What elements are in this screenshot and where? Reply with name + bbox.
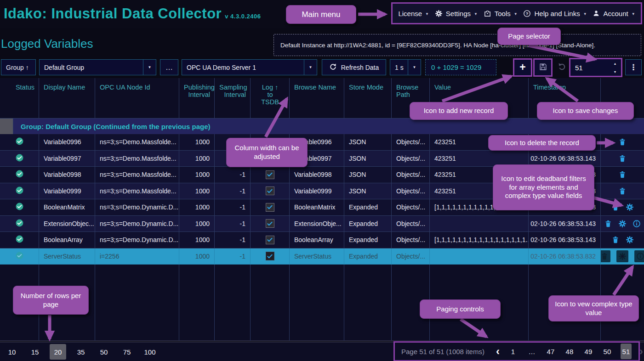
callout-save-changes: Icon to save changes — [537, 102, 634, 120]
menu-item-settings[interactable]: Settings▼ — [435, 10, 478, 17]
pager-page-number[interactable]: 48 — [564, 344, 575, 359]
view-complex-value-icon[interactable] — [633, 220, 641, 228]
header-browse-name[interactable]: Browse Name — [290, 78, 344, 118]
delete-record-icon[interactable] — [618, 154, 627, 163]
table-row[interactable]: ServerStatusi=22561000-1ServerStatusExpa… — [0, 248, 644, 265]
spin-down-icon[interactable]: ▼ — [614, 70, 617, 73]
cell-display-name: ServerStatus — [39, 248, 95, 265]
cell-sampling-interval: -1 — [215, 167, 251, 183]
cell-display-name: Variable0997 — [39, 151, 95, 167]
chevron-down-icon[interactable]: ▼ — [408, 60, 421, 75]
page-number-value[interactable]: 51 — [570, 64, 609, 72]
cell-display-name: Variable0998 — [39, 167, 95, 183]
page-number-spinner[interactable]: 51 ▲ ▼ — [569, 58, 622, 77]
page-title: Logged Variables — [1, 37, 93, 51]
deadband-filter-icon[interactable] — [618, 220, 627, 228]
row-action-buttons — [601, 170, 644, 179]
pager-page-number[interactable]: 50 — [602, 344, 613, 359]
deadband-filter-icon[interactable] — [626, 203, 634, 211]
header-display-name[interactable]: Display Name — [39, 78, 95, 118]
cell-status — [0, 216, 39, 232]
cell-display-name: ExtensionObjec... — [39, 216, 95, 232]
log-to-tsdb-checkbox[interactable] — [266, 236, 274, 244]
cell-node-id: i=2256 — [95, 248, 179, 265]
cell-store-mode: Expanded — [344, 216, 392, 232]
pager-page-number[interactable]: 47 — [545, 344, 556, 359]
delete-record-icon[interactable] — [618, 138, 627, 146]
cell-publishing-interval: 1000 — [179, 199, 215, 216]
log-to-tsdb-checkbox[interactable] — [266, 219, 274, 228]
delete-record-icon[interactable] — [618, 187, 627, 195]
record-count-text: 0 + 1029 = 1029 — [431, 63, 481, 71]
pager-page-number[interactable]: 49 — [583, 344, 594, 359]
cell-sampling-interval: -1 — [215, 199, 251, 216]
delete-record-icon[interactable] — [611, 203, 620, 211]
more-groups-button[interactable]: … — [160, 59, 178, 75]
delete-record-icon[interactable] — [618, 170, 627, 179]
group-row-chip[interactable] — [0, 118, 13, 134]
page-size-option[interactable]: 20 — [50, 344, 66, 360]
cell-actions — [601, 232, 644, 248]
page-size-option[interactable]: 100 — [142, 344, 158, 360]
group-select[interactable]: Default Group ▼ — [39, 59, 156, 75]
group-row-label: Group: Default Group (Continued from the… — [13, 118, 644, 134]
menu-item-account[interactable]: Account▼ — [593, 10, 635, 17]
save-changes-button[interactable] — [533, 58, 553, 77]
delete-record-icon[interactable] — [601, 250, 610, 262]
timestamp-text: 02-10-26 06:38:53.143 — [530, 236, 596, 243]
log-to-tsdb-checkbox[interactable] — [266, 252, 274, 260]
server-select-value: OPC UA Demo Server 1 — [182, 64, 304, 71]
pager-prev-icon[interactable]: ‹ — [496, 346, 500, 357]
deadband-filter-icon[interactable] — [626, 236, 634, 244]
header-sampling[interactable]: Sampling Interval — [215, 78, 251, 118]
cell-value: [1,1,1,1,1,1,1,1,1,1,1,1,1,1,1,1,1... — [430, 232, 529, 248]
server-select[interactable]: OPC UA Demo Server 1 ▼ — [182, 59, 317, 75]
view-complex-value-icon[interactable] — [634, 250, 644, 262]
add-record-button[interactable]: + — [513, 58, 532, 77]
group-sort-header[interactable]: Group ↑ — [1, 59, 36, 75]
table-row[interactable]: ExtensionObjec...ns=3;s=Demo.Dynamic.D..… — [0, 216, 644, 232]
pager-page-number[interactable]: 1 — [507, 344, 519, 359]
grid-filler — [0, 265, 644, 341]
spin-up-icon[interactable]: ▲ — [614, 62, 617, 65]
cell-log-to-tsdb — [251, 199, 290, 216]
log-to-tsdb-checkbox[interactable] — [266, 203, 274, 212]
svg-text:?: ? — [526, 11, 529, 16]
cell-sampling-interval: -1 — [215, 232, 251, 248]
header-store-mode[interactable]: Store Mode — [344, 78, 392, 118]
page-size-option[interactable]: 15 — [27, 344, 43, 360]
undo-button[interactable] — [554, 59, 569, 75]
deadband-filter-icon[interactable] — [616, 250, 628, 262]
delete-record-icon[interactable] — [611, 236, 620, 244]
chevron-down-icon[interactable]: ▼ — [304, 60, 317, 75]
header-node-id[interactable]: OPC UA Node Id — [95, 78, 179, 118]
page-size-option[interactable]: 35 — [73, 344, 89, 360]
pager-page-number[interactable]: 51 — [621, 344, 632, 359]
chevron-down-icon: ▼ — [583, 11, 587, 16]
header-publishing[interactable]: Publishing Interval — [179, 78, 215, 118]
page-size-option[interactable]: 50 — [96, 344, 112, 360]
instance-info-box: Default Instance at http://1WA2:4881, id… — [274, 34, 641, 56]
pager-next-icon[interactable]: › — [639, 346, 643, 357]
refresh-data-button[interactable]: Refresh Data — [322, 59, 386, 75]
main-menu-bar: License▼Settings▼Tools▼?Help and Links▼A… — [391, 2, 642, 24]
table-row[interactable]: BooleanArrayns=3;s=Demo.Dynamic.D...1000… — [0, 232, 644, 248]
page-size-option[interactable]: 75 — [119, 344, 135, 360]
row-action-buttons — [601, 236, 644, 244]
header-log-to-tsdb[interactable]: Log ↑ to TSDB — [251, 78, 290, 118]
log-to-tsdb-checkbox[interactable] — [266, 186, 274, 195]
menu-item-tools[interactable]: Tools▼ — [484, 10, 518, 17]
cell-display-name: BooleanMatrix — [39, 199, 95, 216]
page-size-option[interactable]: 10 — [4, 344, 20, 360]
header-status[interactable]: Status — [0, 78, 39, 118]
log-to-tsdb-checkbox[interactable] — [266, 170, 274, 179]
chevron-down-icon[interactable]: ▼ — [143, 60, 156, 75]
delete-record-icon[interactable] — [604, 220, 612, 228]
interval-select[interactable]: 1 s ▼ — [390, 59, 421, 75]
cell-browse-path: Objects/... — [392, 183, 430, 200]
kebab-menu-button[interactable]: ⋮ — [625, 59, 642, 75]
menu-item-license[interactable]: License▼ — [398, 10, 429, 17]
cell-actions — [601, 151, 644, 167]
menu-item-help-and-links[interactable]: ?Help and Links▼ — [523, 10, 587, 17]
interval-select-value: 1 s — [390, 64, 408, 71]
